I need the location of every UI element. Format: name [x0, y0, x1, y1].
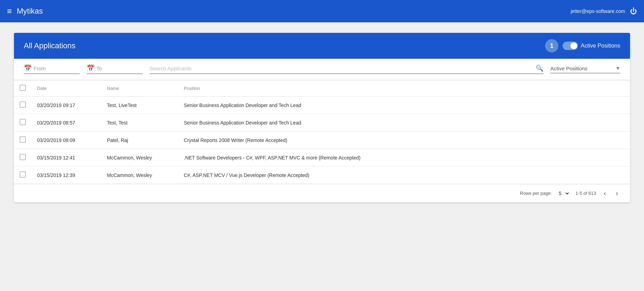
active-positions-toggle-container: Active Positions	[563, 42, 620, 50]
cell-position: Crystal Reports 2008 Writer (Remote Acce…	[178, 132, 630, 149]
cell-position: .NET Software Developers - C#, WPF, ASP.…	[178, 149, 630, 166]
table-row: 03/20/2019 08:57Test, TestSenior Busines…	[14, 114, 630, 132]
pagination-next-button[interactable]: ›	[614, 189, 620, 198]
cell-position: C#, ASP.NET MCV / Vue.js Developer (Remo…	[178, 166, 630, 184]
active-positions-toggle[interactable]	[563, 42, 578, 50]
table-header-row: Date Name Position	[14, 80, 630, 97]
cell-name: Test, Test	[101, 114, 178, 132]
cell-name: McCammon, Wesley	[101, 166, 178, 184]
top-navigation: ≡ Mytikas jetter@eps-software.com ⏻	[0, 0, 644, 22]
search-wrapper: 🔍	[150, 64, 543, 74]
table-row: 03/15/2019 12:41McCammon, Wesley.NET Sof…	[14, 149, 630, 166]
cell-date: 03/20/2019 09:17	[31, 97, 101, 114]
pagination-range: 1-5 of 613	[576, 191, 596, 196]
column-header-date: Date	[31, 80, 101, 97]
cell-name: Test, LiveTest	[101, 97, 178, 114]
from-date-input[interactable]	[34, 65, 75, 71]
row-checkbox[interactable]	[20, 101, 26, 108]
pagination-prev-button[interactable]: ‹	[602, 189, 608, 198]
to-date-field: 📅	[87, 64, 143, 74]
rows-per-page-select[interactable]: 5 10 25 50	[557, 190, 570, 197]
row-checkbox[interactable]	[20, 119, 26, 125]
user-email: jetter@eps-software.com	[571, 8, 625, 14]
column-header-name: Name	[101, 80, 178, 97]
column-header-checkbox	[14, 80, 31, 97]
search-input[interactable]	[150, 65, 534, 71]
cell-position: Senior Business Application Developer an…	[178, 97, 630, 114]
table-row: 03/20/2019 08:09Patel, RajCrystal Report…	[14, 132, 630, 149]
search-field: 🔍	[150, 64, 543, 74]
app-logo: Mytikas	[17, 7, 43, 16]
cell-date: 03/15/2019 12:41	[31, 149, 101, 166]
search-icon: 🔍	[536, 64, 543, 72]
cell-date: 03/15/2019 12:39	[31, 166, 101, 184]
page-title: All Applications	[24, 41, 75, 50]
applications-card: All Applications 1 Active Positions 📅	[14, 33, 630, 202]
active-positions-label: Active Positions	[581, 43, 620, 49]
row-checkbox[interactable]	[20, 136, 26, 143]
hamburger-icon[interactable]: ≡	[7, 6, 12, 16]
positions-select[interactable]: Active Positions All Positions Inactive …	[550, 65, 614, 71]
row-checkbox[interactable]	[20, 171, 26, 178]
dropdown-arrow-icon: ▼	[615, 65, 620, 71]
card-header: All Applications 1 Active Positions	[14, 33, 630, 59]
positions-dropdown-container: Active Positions All Positions Inactive …	[550, 65, 620, 73]
applications-table: Date Name Position 03/20/2019 09:17Test,…	[14, 80, 630, 184]
cell-date: 03/20/2019 08:57	[31, 114, 101, 132]
filters-row: 📅 📅 🔍 Active P	[14, 59, 630, 80]
power-icon[interactable]: ⏻	[630, 7, 637, 15]
calendar-from-icon: 📅	[24, 64, 31, 72]
cell-name: Patel, Raj	[101, 132, 178, 149]
calendar-to-icon: 📅	[87, 64, 94, 72]
column-header-position: Position	[178, 80, 630, 97]
pagination-row: Rows per page: 5 10 25 50 1-5 of 613 ‹ ›	[14, 184, 630, 202]
from-date-field: 📅	[24, 64, 80, 74]
rows-per-page-label: Rows per page:	[520, 191, 552, 196]
annotation-badge-1: 1	[545, 39, 558, 52]
to-date-input[interactable]	[96, 65, 138, 71]
select-all-checkbox[interactable]	[20, 85, 26, 91]
table-row: 03/15/2019 12:39McCammon, WesleyC#, ASP.…	[14, 166, 630, 184]
cell-name: McCammon, Wesley	[101, 149, 178, 166]
cell-date: 03/20/2019 08:09	[31, 132, 101, 149]
to-field-wrapper: 📅	[87, 64, 143, 74]
toggle-track[interactable]	[563, 42, 578, 50]
cell-position: Senior Business Application Developer an…	[178, 114, 630, 132]
table-row: 03/20/2019 09:17Test, LiveTestSenior Bus…	[14, 97, 630, 114]
main-content: All Applications 1 Active Positions 📅	[0, 22, 644, 213]
toggle-thumb	[570, 42, 577, 49]
from-field-wrapper: 📅	[24, 64, 80, 74]
header-right: 1 Active Positions	[545, 39, 620, 52]
row-checkbox[interactable]	[20, 154, 26, 160]
